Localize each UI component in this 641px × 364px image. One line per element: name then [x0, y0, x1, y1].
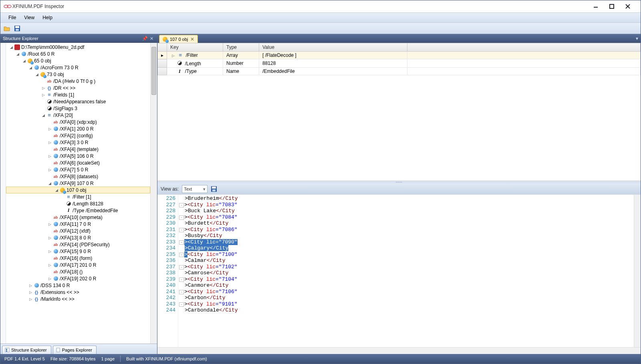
str-icon: ab [53, 133, 58, 139]
structure-tree[interactable]: ◢D:\Temp\imm0008enu_2d.pdf◢/Root 65 0 R◢… [6, 43, 150, 344]
tree-node[interactable]: ▷/DSS 134 0 R [6, 282, 150, 289]
grid-row[interactable]: /LengthNumber88128 [158, 59, 641, 68]
tab-dropdown-icon[interactable]: ▾ [633, 36, 641, 41]
tab-close-icon[interactable]: ✕ [190, 36, 194, 42]
status-page-count: 1 page [101, 356, 115, 361]
code-line[interactable]: -><City lic="7100" [179, 251, 634, 258]
editor-hscroll[interactable] [157, 347, 641, 354]
tree-node[interactable]: ab/XFA[4] (template) [6, 146, 150, 153]
menu-help[interactable]: Help [38, 14, 56, 22]
tree-node[interactable]: ▷{}/DR << >> [6, 84, 150, 91]
menu-file[interactable]: File [4, 14, 20, 22]
tree-node[interactable]: ◢65 0 obj [6, 57, 150, 64]
panel-close-icon[interactable]: ✕ [148, 36, 155, 41]
tree-node[interactable]: ▷/XFA[15] 9 0 R [6, 248, 150, 255]
minimize-button[interactable] [593, 4, 604, 9]
code-line[interactable]: >Busby</City [179, 233, 634, 239]
tree-node[interactable]: ◢107 0 obj [6, 187, 150, 193]
open-file-icon[interactable] [4, 25, 10, 32]
tree-node[interactable]: ab/XFA[10] (xmpmeta) [6, 214, 150, 221]
ref-icon [53, 181, 58, 186]
tree-node[interactable]: ab/XFA[16] (form) [6, 255, 150, 261]
code-line[interactable]: >Buck Lake</City [179, 208, 634, 214]
tree-node[interactable]: ab/DA (/Helv 0 Tf 0 g ) [6, 78, 150, 84]
code-editor[interactable]: 2262272282292302312322332342352362372382… [157, 195, 641, 347]
tab-pages-explorer[interactable]: Pages Explorer [53, 346, 97, 354]
tree-node[interactable]: ▷/XFA[19] 202 0 R [6, 275, 150, 282]
view-as-dropdown[interactable]: Text▾ [182, 185, 208, 193]
tree-node[interactable]: ◢/XFA[9] 107 0 R [6, 180, 150, 187]
obj-icon [40, 72, 46, 77]
tree-node[interactable]: ▷/XFA[7] 5 0 R [6, 166, 150, 173]
code-line[interactable]: -><City lic="7086" [179, 227, 634, 233]
code-line[interactable]: -><City lic="7090" [179, 239, 634, 245]
tab-structure-explorer[interactable]: Structure Explorer [2, 346, 51, 354]
code-line[interactable]: >Calgary</City [179, 245, 634, 251]
doc-tab-active[interactable]: 107 0 obj ✕ [159, 35, 198, 43]
ref-icon [34, 283, 39, 288]
tree-node[interactable]: ▷/XFA[17] 201 0 R [6, 261, 150, 268]
tree-node[interactable]: ab/XFA[8] (datasets) [6, 173, 150, 180]
tree-node[interactable]: ▷/XFA[13] 8 0 R [6, 234, 150, 241]
obj-icon [60, 187, 65, 193]
code-line[interactable]: >Burdett</City [179, 220, 634, 227]
code-line[interactable]: >Calmar</City [179, 257, 634, 264]
tree-node[interactable]: ◢/AcroForm 73 0 R [6, 64, 150, 71]
tree-node[interactable]: ▷{}/MarkInfo << >> [6, 296, 150, 302]
tree-node[interactable]: ◢/Root 65 0 R [6, 50, 150, 57]
code-line[interactable]: -><City lic="7104" [179, 276, 634, 283]
str-icon: ab [46, 78, 52, 84]
grid-row[interactable]: ▸▷ ≡ /FilterArray[ /FlateDecode ] [158, 52, 641, 59]
editor-vscroll[interactable] [634, 195, 641, 347]
save-content-icon[interactable] [211, 186, 217, 192]
code-line[interactable]: -><City lic="7102" [179, 264, 634, 270]
close-button[interactable] [625, 4, 636, 9]
collapse-handle[interactable] [0, 43, 6, 344]
tree-node[interactable]: /SigFlags 3 [6, 105, 150, 112]
code-line[interactable]: -><City lic="9101" [179, 301, 634, 308]
tree-node[interactable]: ≡/Filter [1] [6, 193, 150, 200]
tree-node[interactable]: ▷/XFA[11] 7 0 R [6, 221, 150, 227]
code-line[interactable]: >Camrose</City [179, 270, 634, 276]
code-line[interactable]: >Carbondale</City [179, 307, 634, 314]
tree-node[interactable]: ◢D:\Temp\imm0008enu_2d.pdf [6, 44, 150, 50]
tree-node[interactable]: ▷{}/Extensions << >> [6, 289, 150, 296]
str-icon: ab [53, 147, 58, 152]
code-line[interactable]: >Canmore</City [179, 282, 634, 289]
tree-node[interactable]: ◢≡/XFA [20] [6, 112, 150, 119]
pin-icon[interactable]: 📌 [142, 36, 148, 41]
view-as-toolbar: View as: Text▾ [157, 183, 641, 195]
tree-node[interactable]: ab/XFA[2] (config) [6, 132, 150, 139]
title-bar: XFINIUM.PDF Inspector [0, 0, 641, 12]
tree-node[interactable]: ab/XFA[18] () [6, 268, 150, 275]
tree-node[interactable]: ▷/XFA[1] 200 0 R [6, 125, 150, 132]
tree-node[interactable]: ▷≡/Fields [1] [6, 91, 150, 98]
maximize-button[interactable] [609, 4, 620, 9]
tree-node[interactable]: I/Type /EmbeddedFile [6, 207, 150, 214]
tree-node[interactable]: ab/XFA[12] (xfdf) [6, 227, 150, 234]
ref-icon [53, 235, 58, 241]
tree-node[interactable]: ◢73 0 obj [6, 71, 150, 78]
grid-row[interactable]: I /TypeName/EmbeddedFile [158, 67, 641, 75]
tree-node[interactable]: /NeedAppearances false [6, 98, 150, 105]
save-icon[interactable] [14, 25, 20, 32]
tree-scrollbar[interactable] [150, 43, 157, 344]
code-line[interactable]: >Bruderheim</City [179, 195, 634, 202]
menu-view[interactable]: View [20, 14, 38, 22]
tree-node[interactable]: ▷/XFA[5] 106 0 R [6, 153, 150, 159]
code-line[interactable]: -><City lic="7083" [179, 202, 634, 208]
tree-node[interactable]: ▷/XFA[3] 3 0 R [6, 139, 150, 146]
tree-node[interactable]: /Length 88128 [6, 200, 150, 207]
structure-panel-title: Structure Explorer [3, 36, 38, 41]
property-grid[interactable]: KeyTypeValue▸▷ ≡ /FilterArray[ /FlateDec… [157, 43, 641, 181]
num-icon [66, 201, 71, 207]
ref-icon [53, 153, 58, 159]
code-line[interactable]: -><City lic="7084" [179, 214, 634, 221]
code-line[interactable]: >Carbon</City [179, 295, 634, 301]
code-line[interactable]: -><City lic="7106" [179, 289, 634, 295]
tree-node[interactable]: ab/XFA[6] (localeSet) [6, 159, 150, 166]
str-icon: ab [53, 215, 58, 220]
num-icon [46, 99, 52, 105]
tree-node[interactable]: ab/XFA[14] (PDFSecurity) [6, 241, 150, 248]
tree-node[interactable]: ab/XFA[0] (xdp:xdp) [6, 119, 150, 125]
